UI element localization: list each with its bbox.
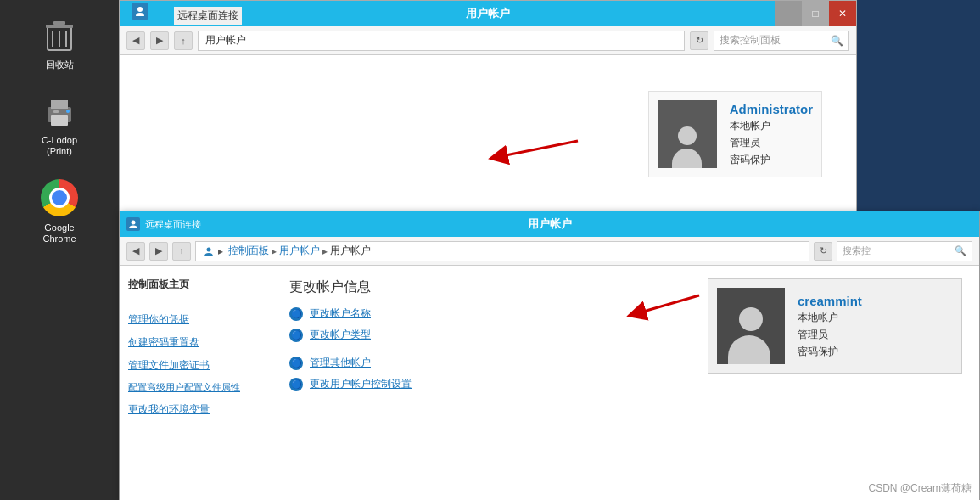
window-bg-search[interactable]: 搜索控制面板 🔍 — [714, 31, 849, 51]
desktop: 回收站 C-Lodop (Print) — [0, 0, 980, 500]
window-background: 用户帐户 — □ ✕ ◀ ▶ ↑ 用户帐户 ↻ 搜索控制面板 🔍 — [119, 0, 857, 212]
window-bg-forward[interactable]: ▶ — [150, 31, 169, 50]
window-fg-forward[interactable]: ▶ — [149, 242, 168, 261]
svg-point-14 — [132, 221, 136, 225]
clodop-label1: C-Lodop — [42, 135, 77, 145]
svg-line-12 — [493, 141, 578, 158]
window-fg-title-left: 远程桌面连接 — [126, 217, 201, 231]
chrome-label: Google Chrome — [42, 222, 76, 244]
window-bg-user-detail2: 管理员 — [730, 136, 813, 150]
option-icon-type: 🔵 — [289, 329, 303, 342]
window-bg-breadcrumb[interactable]: 用户帐户 — [198, 31, 685, 51]
window-fg-main: 控制面板主页 管理你的凭据 创建密码重置盘 管理文件加密证书 配置高级用户配置文… — [120, 266, 979, 500]
clodop-label: C-Lodop (Print) — [42, 135, 77, 157]
window-fg-addressbar: ◀ ▶ ↑ ▸ 控制面板 ▸ 用户帐户 ▸ 用户帐户 ↻ 搜索控 🔍 — [120, 237, 979, 266]
svg-line-17 — [631, 295, 699, 315]
breadcrumb-current: 用户帐户 — [330, 244, 371, 258]
taskbar-item-chrome[interactable]: Google Chrome — [21, 171, 98, 250]
window-fg-user-card: creammint 本地帐户 管理员 密码保护 — [708, 278, 962, 374]
sidebar-home[interactable]: 控制面板主页 — [128, 276, 263, 294]
clodop-label2: (Print) — [47, 146, 72, 156]
search-icon: 🔍 — [955, 245, 966, 256]
window-bg-maximize[interactable]: □ — [802, 1, 829, 26]
window-fg-nav-refresh[interactable]: ↻ — [814, 242, 832, 261]
svg-rect-7 — [51, 100, 68, 109]
window-bg-user-card: Administrator 本地帐户 管理员 密码保护 — [648, 91, 822, 177]
window-bg-icon — [132, 3, 148, 20]
sidebar-env-vars[interactable]: 更改我的环境变量 — [128, 401, 263, 419]
avatar-head-bg — [678, 126, 697, 145]
sidebar-credentials[interactable]: 管理你的凭据 — [128, 311, 263, 329]
chrome-label2: Chrome — [42, 233, 76, 244]
window-bg-minimize[interactable]: — — [775, 1, 802, 26]
taskbar-item-clodop[interactable]: C-Lodop (Print) — [21, 84, 98, 162]
recycle-icon — [38, 14, 81, 56]
window-fg-title-icon — [126, 217, 140, 231]
svg-point-13 — [137, 7, 143, 12]
remote-label-bg: 远程桌面连接 — [174, 7, 242, 25]
printer-icon — [38, 89, 81, 132]
red-arrow-bg — [484, 132, 586, 166]
avatar-head-fg — [739, 307, 763, 331]
option-icon-other: 🔵 — [289, 357, 303, 370]
window-fg-search[interactable]: 搜索控 🔍 — [837, 241, 972, 261]
window-bg-refresh[interactable]: ↻ — [690, 31, 708, 50]
avatar-body-fg — [728, 335, 770, 364]
window-bg-username: Administrator — [730, 102, 813, 116]
sidebar-password-reset[interactable]: 创建密码重置盘 — [128, 334, 263, 351]
window-fg-username: creammint — [798, 294, 862, 308]
window-fg-back[interactable]: ◀ — [126, 242, 145, 261]
svg-rect-2 — [53, 21, 65, 25]
window-fg-user-info: creammint 本地帐户 管理员 密码保护 — [798, 294, 862, 359]
taskbar: 回收站 C-Lodop (Print) — [0, 0, 119, 500]
window-bg-user-detail3: 密码保护 — [730, 153, 813, 167]
svg-point-15 — [207, 247, 211, 251]
window-bg-user-info: Administrator 本地帐户 管理员 密码保护 — [730, 102, 813, 167]
window-fg-user-detail1: 本地帐户 — [798, 311, 862, 325]
option-uac[interactable]: 🔵 更改用户帐户控制设置 — [289, 377, 962, 391]
recycle-bin-label: 回收站 — [46, 59, 74, 70]
svg-rect-8 — [51, 115, 68, 126]
window-fg-title: 用户帐户 — [528, 216, 572, 232]
breadcrumb-controlpanel[interactable]: 控制面板 — [228, 244, 269, 258]
option-icon-uac: 🔵 — [289, 378, 303, 391]
avatar-figure-bg — [672, 121, 702, 168]
chrome-icon-box — [38, 177, 81, 219]
window-fg-panel: 更改帐户信息 🔵 更改帐户名称 🔵 更改帐户类型 🔵 管理其他帐户 🔵 — [272, 266, 979, 500]
window-fg-titlebar: 远程桌面连接 用户帐户 — [120, 211, 979, 237]
breadcrumb-useraccount[interactable]: 用户帐户 — [279, 244, 320, 258]
chrome-icon — [41, 179, 78, 216]
svg-point-10 — [66, 110, 70, 113]
red-arrow-fg — [623, 291, 708, 321]
window-fg-remote-label: 远程桌面连接 — [145, 218, 201, 231]
window-bg-title: 用户帐户 — [466, 6, 510, 21]
window-fg-avatar — [717, 288, 785, 364]
window-bg-user-detail1: 本地帐户 — [730, 119, 813, 133]
window-fg-user-detail2: 管理员 — [798, 328, 862, 342]
window-fg-refresh[interactable]: ↑ — [172, 242, 191, 261]
window-bg-back[interactable]: ◀ — [126, 31, 145, 50]
option-icon-name: 🔵 — [289, 307, 303, 321]
taskbar-item-recycle-bin[interactable]: 回收站 — [21, 8, 98, 76]
window-fg-sidebar: 控制面板主页 管理你的凭据 创建密码重置盘 管理文件加密证书 配置高级用户配置文… — [120, 266, 272, 500]
window-bg-close[interactable]: ✕ — [829, 1, 856, 26]
sidebar-advanced-profile[interactable]: 配置高级用户配置文件属性 — [128, 379, 263, 396]
window-bg-addressbar: ◀ ▶ ↑ 用户帐户 ↻ 搜索控制面板 🔍 — [120, 26, 856, 55]
watermark: CSDN @Cream薄荷糖 — [868, 481, 972, 496]
avatar-body-bg — [672, 149, 702, 168]
window-bg-controls: — □ ✕ — [775, 1, 856, 26]
svg-rect-1 — [46, 25, 73, 28]
chrome-label1: Google — [44, 222, 74, 233]
window-fg-breadcrumb: ▸ 控制面板 ▸ 用户帐户 ▸ 用户帐户 — [195, 241, 809, 261]
window-fg-user-detail3: 密码保护 — [798, 345, 862, 359]
sidebar-file-cert[interactable]: 管理文件加密证书 — [128, 357, 263, 374]
svg-rect-9 — [53, 110, 59, 113]
window-bg-avatar — [658, 100, 717, 168]
window-foreground: 远程桌面连接 用户帐户 ◀ ▶ ↑ ▸ 控制面板 ▸ 用户帐户 ▸ 用户帐户 ↻… — [119, 211, 980, 500]
window-bg-up[interactable]: ↑ — [174, 31, 193, 50]
